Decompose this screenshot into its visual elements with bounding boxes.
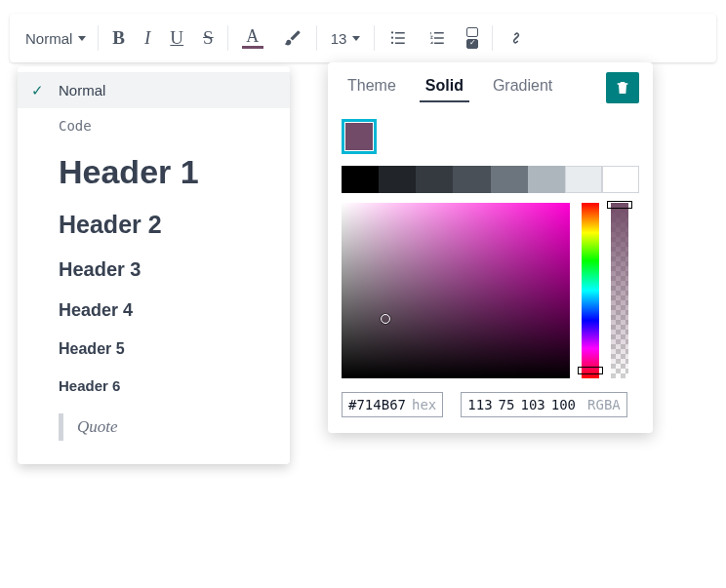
hue-thumb[interactable]: [578, 367, 603, 374]
preset-color[interactable]: [416, 166, 453, 193]
style-option-header4[interactable]: Header 4: [18, 291, 290, 331]
clear-color-button[interactable]: [606, 72, 639, 103]
preset-color[interactable]: [602, 166, 639, 193]
hex-value: #714B67: [348, 397, 406, 412]
editor-toolbar: Normal B I U S A 13: [10, 14, 716, 62]
rgba-input[interactable]: 113 75 103100 RGBA: [461, 392, 626, 417]
italic-icon: I: [144, 27, 150, 49]
style-option-label: Quote: [77, 417, 118, 437]
preset-color[interactable]: [379, 166, 416, 193]
strikethrough-button[interactable]: S: [193, 19, 223, 58]
preset-color[interactable]: [453, 166, 490, 193]
preset-color[interactable]: [528, 166, 565, 193]
style-option-code[interactable]: Code: [18, 108, 290, 143]
style-option-header1[interactable]: Header 1: [18, 143, 290, 201]
preset-color[interactable]: [342, 166, 379, 193]
rgba-g: 75: [499, 397, 515, 412]
style-option-label: Normal: [59, 82, 105, 98]
unordered-list-button[interactable]: [379, 19, 418, 58]
separator: [374, 25, 375, 51]
background-color-button[interactable]: [273, 19, 312, 58]
style-option-header3[interactable]: Header 3: [18, 249, 290, 291]
separator: [492, 25, 493, 51]
preset-color[interactable]: [565, 166, 602, 193]
rgba-unit: RGBA: [587, 397, 621, 412]
style-option-label: Header 4: [59, 300, 133, 321]
caret-icon: [78, 36, 86, 41]
link-icon: [506, 28, 526, 48]
tab-gradient[interactable]: Gradient: [487, 73, 558, 102]
underline-button[interactable]: U: [160, 19, 193, 58]
bold-button[interactable]: B: [102, 19, 135, 58]
custom-color-chip[interactable]: [342, 119, 377, 154]
hex-unit: hex: [412, 397, 436, 412]
custom-colors-row: [342, 119, 639, 154]
font-color-swatch: [242, 46, 263, 49]
alpha-slider[interactable]: [611, 203, 628, 378]
separator: [98, 25, 99, 51]
style-option-label: Header 6: [59, 377, 120, 394]
style-option-label: Header 3: [59, 258, 141, 281]
italic-button[interactable]: I: [135, 19, 160, 58]
font-color-icon: A: [246, 28, 259, 44]
quote-bar-icon: [59, 413, 63, 441]
tab-solid[interactable]: Solid: [420, 73, 469, 102]
style-option-label: Header 1: [59, 153, 199, 191]
checklist-icon: [466, 27, 478, 49]
rgba-a: 100: [551, 397, 576, 412]
ordered-list-button[interactable]: [418, 19, 457, 58]
paintbrush-icon: [283, 28, 302, 48]
font-color-button[interactable]: A: [232, 19, 273, 58]
style-option-header2[interactable]: Header 2: [18, 201, 290, 249]
preset-color[interactable]: [491, 166, 528, 193]
check-icon: ✓: [31, 82, 44, 99]
preset-colors-row: [342, 166, 639, 193]
style-option-label: Code: [59, 118, 92, 134]
separator: [227, 25, 228, 51]
style-option-normal[interactable]: ✓ Normal: [18, 72, 290, 108]
trash-icon: [615, 79, 630, 97]
text-style-label: Normal: [25, 30, 72, 47]
sl-cursor[interactable]: [381, 314, 390, 324]
style-option-header5[interactable]: Header 5: [18, 331, 290, 368]
color-picker-panel: Theme Solid Gradient: [328, 62, 653, 433]
caret-icon: [352, 36, 360, 41]
unordered-list-icon: [388, 29, 408, 47]
font-size-value: 13: [331, 30, 347, 47]
checklist-button[interactable]: [457, 19, 488, 58]
alpha-thumb[interactable]: [607, 201, 632, 209]
text-style-menu: ✓ Normal Code Header 1 Header 2 Header 3…: [18, 66, 290, 464]
bold-icon: B: [112, 27, 125, 49]
text-style-dropdown[interactable]: Normal: [14, 19, 94, 58]
style-option-label: Header 2: [59, 211, 162, 239]
style-option-quote[interactable]: Quote: [18, 404, 290, 451]
hex-input[interactable]: #714B67 hex: [342, 392, 443, 417]
style-option-header6[interactable]: Header 6: [18, 368, 290, 404]
saturation-lightness-area[interactable]: [342, 203, 570, 378]
tab-theme[interactable]: Theme: [342, 73, 402, 102]
link-button[interactable]: [497, 19, 536, 58]
underline-icon: U: [170, 27, 183, 49]
separator: [316, 25, 317, 51]
rgba-b: 103: [520, 397, 544, 412]
hue-slider[interactable]: [582, 203, 599, 378]
font-size-dropdown[interactable]: 13: [321, 19, 371, 58]
ordered-list-icon: [427, 29, 447, 47]
rgba-r: 113: [467, 397, 492, 412]
color-picker-tabs: Theme Solid Gradient: [328, 62, 653, 111]
strikethrough-icon: S: [203, 27, 214, 49]
style-option-label: Header 5: [59, 340, 125, 358]
